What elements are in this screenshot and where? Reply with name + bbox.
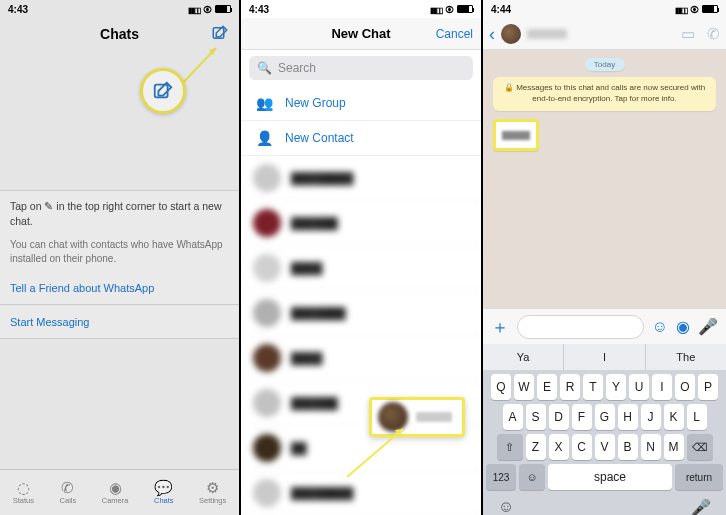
tell-a-friend-link[interactable]: Tell a Friend about WhatsApp <box>0 272 239 305</box>
tab-camera[interactable]: ◉Camera <box>102 480 129 505</box>
status-bar: 4:44 <box>483 0 726 18</box>
camera-icon[interactable]: ◉ <box>676 317 690 336</box>
compose-callout <box>140 68 186 114</box>
backspace-key[interactable]: ⌫ <box>687 434 713 460</box>
contact-name[interactable] <box>527 29 567 39</box>
hint-subtext: You can chat with contacts who have What… <box>10 238 229 266</box>
contact-row[interactable]: ████████ <box>241 471 481 515</box>
contact-row[interactable]: ███████ <box>241 291 481 336</box>
key-l[interactable]: L <box>687 404 707 430</box>
panel-chats: 4:43 Chats Tap on ✎ in the top right cor… <box>0 0 241 515</box>
suggestion[interactable]: Ya <box>483 344 564 370</box>
chat-body: Today Messages to this chat and calls ar… <box>483 50 726 308</box>
key-v[interactable]: V <box>595 434 615 460</box>
key-m[interactable]: M <box>664 434 684 460</box>
key-c[interactable]: C <box>572 434 592 460</box>
key-h[interactable]: H <box>618 404 638 430</box>
return-key[interactable]: return <box>675 464 723 490</box>
key-u[interactable]: U <box>629 374 649 400</box>
key-r[interactable]: R <box>560 374 580 400</box>
cancel-button[interactable]: Cancel <box>436 27 473 41</box>
status-icons <box>675 4 718 15</box>
mic-icon[interactable]: 🎤 <box>698 317 718 336</box>
key-j[interactable]: J <box>641 404 661 430</box>
status-icon: ◌ <box>17 480 30 495</box>
date-chip: Today <box>585 58 625 71</box>
tab-calls[interactable]: ✆Calls <box>60 480 77 505</box>
key-p[interactable]: P <box>698 374 718 400</box>
tab-status[interactable]: ◌Status <box>13 480 34 505</box>
back-button[interactable]: ‹ <box>489 25 495 43</box>
key-a[interactable]: A <box>503 404 523 430</box>
key-t[interactable]: T <box>583 374 603 400</box>
keyboard: Ya I The QWERTYUIOP ASDFGHJKL ⇧ ZXCVBNM … <box>483 344 726 515</box>
compose-icon[interactable] <box>211 24 229 46</box>
key-w[interactable]: W <box>514 374 534 400</box>
key-g[interactable]: G <box>595 404 615 430</box>
status-bar: 4:43 <box>0 0 239 18</box>
key-q[interactable]: Q <box>491 374 511 400</box>
page-title: New Chat <box>331 26 390 41</box>
contact-row[interactable]: ████ <box>241 336 481 381</box>
space-key[interactable]: space <box>548 464 672 490</box>
clock: 4:44 <box>491 4 511 15</box>
key-s[interactable]: S <box>526 404 546 430</box>
suggestion[interactable]: I <box>564 344 645 370</box>
panel-new-chat: 4:43 New Chat Cancel 🔍 Search 👥 New Grou… <box>241 0 483 515</box>
keyboard-footer: ☺ 🎤 <box>486 494 723 515</box>
key-x[interactable]: X <box>549 434 569 460</box>
attach-icon[interactable]: ＋ <box>491 315 509 339</box>
key-n[interactable]: N <box>641 434 661 460</box>
start-messaging-link[interactable]: Start Messaging <box>0 306 239 339</box>
tab-chats[interactable]: 💬Chats <box>154 480 174 505</box>
suggestion-row: Ya I The <box>483 344 726 370</box>
avatar[interactable] <box>501 24 521 44</box>
shift-key[interactable]: ⇧ <box>497 434 523 460</box>
suggestion[interactable]: The <box>646 344 726 370</box>
sticker-icon[interactable]: ☺ <box>652 318 668 336</box>
navbar: ‹ ▭ ✆ <box>483 18 726 50</box>
panel-conversation: 4:44 ‹ ▭ ✆ Today Messages to this chat a… <box>483 0 726 515</box>
incoming-message[interactable] <box>493 119 539 151</box>
new-group-row[interactable]: 👥 New Group <box>241 86 481 121</box>
key-d[interactable]: D <box>549 404 569 430</box>
status-icons <box>430 4 473 15</box>
phone-icon: ✆ <box>61 480 74 495</box>
video-call-icon[interactable]: ▭ <box>681 25 695 43</box>
new-contact-row[interactable]: 👤 New Contact <box>241 121 481 156</box>
contact-row[interactable]: ██████ <box>241 201 481 246</box>
key-i[interactable]: I <box>652 374 672 400</box>
key-z[interactable]: Z <box>526 434 546 460</box>
add-person-icon: 👤 <box>255 130 273 146</box>
key-row-2: ASDFGHJKL <box>486 404 723 430</box>
emoji-key[interactable]: ☺ <box>519 464 545 490</box>
chats-icon: 💬 <box>154 480 173 495</box>
key-y[interactable]: Y <box>606 374 626 400</box>
key-e[interactable]: E <box>537 374 557 400</box>
key-row-1: QWERTYUIOP <box>486 374 723 400</box>
clock: 4:43 <box>8 4 28 15</box>
search-input[interactable]: 🔍 Search <box>249 56 473 80</box>
hint-block: Tap on ✎ in the top right corner to star… <box>0 190 239 275</box>
key-row-3: ⇧ ZXCVBNM ⌫ <box>486 434 723 460</box>
navbar: New Chat Cancel <box>241 18 481 50</box>
contact-row[interactable]: ████ <box>241 246 481 291</box>
key-f[interactable]: F <box>572 404 592 430</box>
tab-settings[interactable]: ⚙Settings <box>199 480 226 505</box>
dictation-icon[interactable]: 🎤 <box>691 498 711 515</box>
encryption-notice[interactable]: Messages to this chat and calls are now … <box>493 77 716 111</box>
clock: 4:43 <box>249 4 269 15</box>
key-k[interactable]: K <box>664 404 684 430</box>
emoji-picker-icon[interactable]: ☺ <box>498 498 514 515</box>
key-o[interactable]: O <box>675 374 695 400</box>
svg-line-1 <box>180 48 216 86</box>
message-input[interactable] <box>517 315 644 339</box>
search-icon: 🔍 <box>257 61 272 75</box>
key-b[interactable]: B <box>618 434 638 460</box>
hint-text: Tap on ✎ in the top right corner to star… <box>10 199 229 228</box>
contact-row[interactable]: ████████ <box>241 156 481 201</box>
numbers-key[interactable]: 123 <box>486 464 516 490</box>
voice-call-icon[interactable]: ✆ <box>707 25 720 43</box>
gear-icon: ⚙ <box>206 480 219 495</box>
selected-contact-callout <box>369 397 465 437</box>
